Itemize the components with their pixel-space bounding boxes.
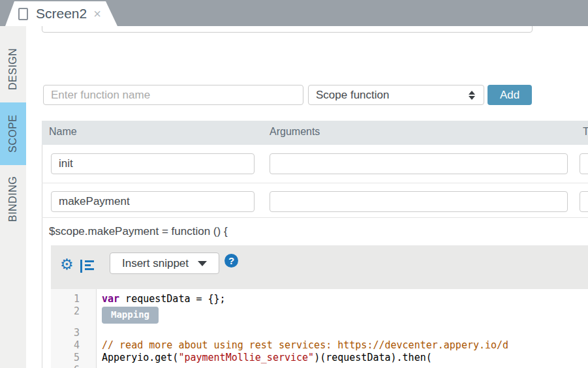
tab-close-icon[interactable]: × xyxy=(93,7,101,20)
section-left-border xyxy=(42,121,42,368)
code-line: 4// read more about using rest services:… xyxy=(51,339,588,352)
line-number: 6 xyxy=(51,364,97,368)
sidebar-item-scope[interactable]: SCOPE xyxy=(0,102,26,165)
code-line: 2Mapping xyxy=(51,305,588,327)
select-stepper-icon xyxy=(469,91,475,100)
chevron-down-icon xyxy=(198,261,207,266)
row-init-arguments-input[interactable] xyxy=(270,153,568,174)
code-editor: ⚙ Insert snippet ? 1var requestData = {}… xyxy=(51,245,588,368)
sidebar-item-binding[interactable]: BINDING xyxy=(0,170,26,228)
insert-snippet-label: Insert snippet xyxy=(122,257,189,270)
add-button[interactable]: Add xyxy=(487,85,532,105)
code-text: Apperyio.get("paymentMollie_service")(re… xyxy=(102,352,432,364)
column-header-type: Type xyxy=(583,126,588,138)
row-makepayment-arguments-input[interactable] xyxy=(270,191,568,212)
line-number: 1 xyxy=(51,293,97,305)
code-text: var requestData = {}; xyxy=(102,293,226,305)
function-name-input[interactable] xyxy=(43,85,303,105)
tab-screen2[interactable]: Screen2 × xyxy=(5,1,117,26)
row-separator xyxy=(42,217,588,218)
line-number: 3 xyxy=(51,327,97,339)
mapping-button[interactable]: Mapping xyxy=(102,307,159,324)
code-text: Mapping xyxy=(102,305,159,327)
row-init-type-input[interactable] xyxy=(580,153,588,174)
page-icon xyxy=(18,8,28,20)
format-code-icon[interactable] xyxy=(80,259,95,276)
tab-bar: Screen2 × xyxy=(0,0,588,26)
column-header-arguments: Arguments xyxy=(270,126,320,138)
gear-icon[interactable]: ⚙ xyxy=(60,257,74,272)
code-line: 5Apperyio.get("paymentMollie_service")(r… xyxy=(51,352,588,364)
help-icon[interactable]: ? xyxy=(224,254,238,268)
tab-title: Screen2 xyxy=(36,6,87,22)
insert-snippet-dropdown[interactable]: Insert snippet xyxy=(110,253,219,274)
editor-toolbar: ⚙ Insert snippet ? xyxy=(51,245,588,289)
code-lines: 1var requestData = {};2Mapping34// read … xyxy=(51,293,588,368)
code-line: 6 xyxy=(51,364,588,368)
function-type-value: Scope function xyxy=(316,89,469,102)
sidebar: DESIGNSCOPEBINDING xyxy=(0,26,26,368)
function-type-select[interactable]: Scope function xyxy=(308,85,484,105)
function-signature: $scope.makePayment = function () { xyxy=(49,225,228,238)
row-makepayment-name-input[interactable] xyxy=(51,191,255,212)
code-text: // read more about using rest services: … xyxy=(102,339,508,352)
sidebar-item-design[interactable]: DESIGN xyxy=(0,39,26,99)
line-number: 5 xyxy=(51,352,97,364)
table-header: Name Arguments Type xyxy=(42,121,588,145)
code-line: 1var requestData = {}; xyxy=(51,293,588,305)
code-line: 3 xyxy=(51,327,588,339)
code-area[interactable]: 1var requestData = {};2Mapping34// read … xyxy=(51,289,588,368)
row-makepayment-type-input[interactable] xyxy=(580,191,588,212)
line-number: 2 xyxy=(51,305,97,327)
row-init-name-input[interactable] xyxy=(51,153,255,174)
line-number: 4 xyxy=(51,339,97,352)
column-header-name: Name xyxy=(49,126,77,138)
row-separator xyxy=(42,183,588,183)
